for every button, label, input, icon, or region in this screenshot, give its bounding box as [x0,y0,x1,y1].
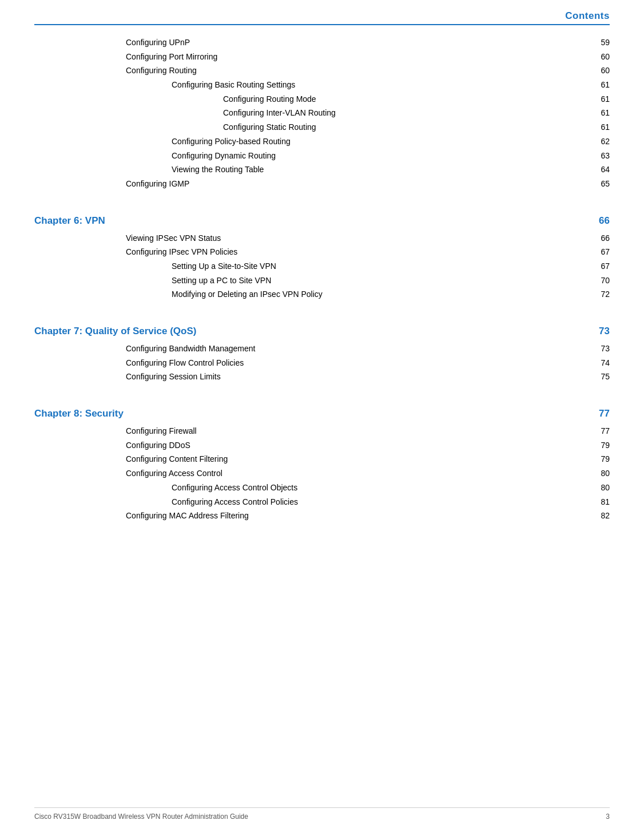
chapter-heading: Chapter 6: VPN66 [34,215,610,227]
toc-row: Configuring Routing60 [34,65,610,77]
toc-row: Configuring IGMP65 [34,178,610,191]
toc-entry-page: 81 [587,496,610,509]
toc-entry-page: 77 [587,425,610,438]
chapter-heading: Chapter 7: Quality of Service (QoS)73 [34,326,610,337]
chapter-heading-page: 77 [587,408,610,419]
toc-entry-page: 62 [587,136,610,148]
toc-entry-title: Configuring Access Control [126,467,222,480]
chapter-heading-title: Chapter 7: Quality of Service (QoS) [34,326,196,337]
toc-row: Configuring Firewall77 [34,425,610,438]
toc-entry-page: 66 [587,232,610,245]
footer-page: 3 [606,813,610,821]
chapter-heading-page: 66 [587,215,610,227]
toc-row: Configuring Dynamic Routing63 [34,150,610,163]
toc-row: Configuring Policy-based Routing62 [34,136,610,148]
toc-entry-title: Configuring DDoS [126,439,190,452]
toc-entry-title: Viewing IPSec VPN Status [126,232,221,245]
toc-entry-title: Configuring Content Filtering [126,453,228,466]
toc-row: Configuring DDoS79 [34,439,610,452]
toc-entry-page: 80 [587,482,610,494]
toc-entry-page: 79 [587,453,610,466]
toc-entry-title: Configuring Routing [126,65,197,77]
toc-row: Viewing IPSec VPN Status66 [34,232,610,245]
toc-entry-page: 59 [587,37,610,49]
toc-row: Configuring UPnP59 [34,37,610,49]
toc-row: Configuring Access Control Objects80 [34,482,610,494]
toc-row: Configuring Port Mirroring60 [34,51,610,64]
chapter-heading-page: 73 [587,326,610,337]
toc-row: Configuring Session Limits75 [34,371,610,383]
chapter-heading-title: Chapter 6: VPN [34,215,105,227]
toc-entry-page: 63 [587,150,610,163]
toc-entry-title: Configuring Flow Control Policies [126,357,244,370]
toc-entry-title: Modifying or Deleting an IPsec VPN Polic… [172,288,323,301]
toc-row: Setting Up a Site-to-Site VPN67 [34,260,610,273]
toc-entry-title: Configuring Policy-based Routing [172,136,291,148]
toc-entry-page: 67 [587,246,610,259]
toc-entry-page: 80 [587,467,610,480]
toc-row: Configuring MAC Address Filtering82 [34,510,610,522]
footer-left: Cisco RV315W Broadband Wireless VPN Rout… [34,813,248,821]
toc-entry-title: Configuring Access Control Objects [172,482,297,494]
toc-entry-title: Configuring Inter-VLAN Routing [223,107,336,120]
toc-entry-page: 61 [587,121,610,134]
toc-entry-title: Viewing the Routing Table [172,164,264,176]
toc-entry-page: 60 [587,51,610,64]
page-header: Contents [34,0,610,25]
toc-row: Configuring Access Control Policies81 [34,496,610,509]
toc-entry-title: Configuring Port Mirroring [126,51,217,64]
toc-entry-page: 67 [587,260,610,273]
toc-row: Configuring Flow Control Policies74 [34,357,610,370]
toc-entry-page: 60 [587,65,610,77]
toc-entry-page: 74 [587,357,610,370]
chapter-heading-title: Chapter 8: Security [34,408,124,419]
toc-row: Viewing the Routing Table64 [34,164,610,176]
toc-entry-page: 61 [587,93,610,106]
toc-entry-page: 72 [587,288,610,301]
toc-row: Configuring Static Routing61 [34,121,610,134]
page-footer: Cisco RV315W Broadband Wireless VPN Rout… [34,807,610,821]
page-container: Contents Configuring UPnP59Configuring P… [0,0,644,832]
toc-entry-page: 70 [587,275,610,287]
toc-entry-title: Configuring IPsec VPN Policies [126,246,237,259]
toc-row: Configuring Inter-VLAN Routing61 [34,107,610,120]
toc-row: Setting up a PC to Site VPN70 [34,275,610,287]
toc-entry-title: Configuring Bandwidth Management [126,343,255,355]
toc-entry-page: 65 [587,178,610,191]
toc-container: Configuring UPnP59Configuring Port Mirro… [34,37,610,522]
toc-entry-title: Configuring Firewall [126,425,197,438]
toc-entry-page: 61 [587,79,610,92]
toc-row: Configuring Bandwidth Management73 [34,343,610,355]
toc-entry-title: Configuring IGMP [126,178,189,191]
toc-entry-page: 82 [587,510,610,522]
toc-entry-title: Configuring Basic Routing Settings [172,79,295,92]
toc-entry-page: 73 [587,343,610,355]
toc-row: Configuring Content Filtering79 [34,453,610,466]
toc-entry-title: Configuring Static Routing [223,121,316,134]
header-title: Contents [565,10,610,21]
toc-entry-page: 75 [587,371,610,383]
toc-entry-page: 64 [587,164,610,176]
toc-entry-title: Configuring Access Control Policies [172,496,298,509]
toc-row: Configuring Access Control80 [34,467,610,480]
toc-entry-title: Configuring Routing Mode [223,93,316,106]
toc-row: Configuring IPsec VPN Policies67 [34,246,610,259]
chapter-heading: Chapter 8: Security77 [34,408,610,419]
toc-entry-title: Configuring UPnP [126,37,190,49]
toc-entry-page: 61 [587,107,610,120]
toc-entry-title: Setting up a PC to Site VPN [172,275,271,287]
toc-entry-page: 79 [587,439,610,452]
toc-entry-title: Configuring MAC Address Filtering [126,510,249,522]
toc-entry-title: Setting Up a Site-to-Site VPN [172,260,276,273]
toc-entry-title: Configuring Session Limits [126,371,221,383]
toc-row: Modifying or Deleting an IPsec VPN Polic… [34,288,610,301]
toc-row: Configuring Basic Routing Settings61 [34,79,610,92]
toc-entry-title: Configuring Dynamic Routing [172,150,276,163]
toc-row: Configuring Routing Mode61 [34,93,610,106]
